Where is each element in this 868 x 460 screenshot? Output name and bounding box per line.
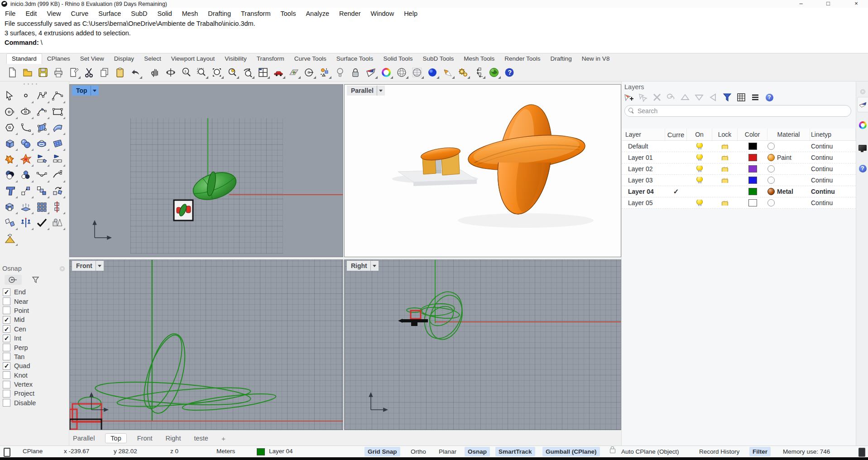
- menu-drafting[interactable]: Drafting: [203, 10, 236, 17]
- osnap-knot[interactable]: Knot: [3, 371, 69, 380]
- rotate-view-icon[interactable]: [164, 66, 177, 79]
- viewport-parallel[interactable]: Parallel: [344, 84, 621, 257]
- dimension-icon[interactable]: [472, 66, 485, 79]
- primitives-tool[interactable]: [49, 215, 65, 230]
- menu-transform[interactable]: Transform: [236, 10, 276, 17]
- notes-icon[interactable]: [67, 66, 81, 79]
- cplane-icon[interactable]: [287, 66, 301, 79]
- status-layer-swatch[interactable]: [257, 448, 265, 455]
- tab-subd-tools[interactable]: SubD Tools: [417, 54, 459, 64]
- osnap-gear-icon[interactable]: [59, 265, 66, 272]
- viewport-right[interactable]: Right: [344, 259, 621, 430]
- array-rectangular-tool[interactable]: [34, 199, 49, 215]
- toggle-record-history[interactable]: Record History: [696, 447, 743, 456]
- car-icon[interactable]: [272, 66, 285, 79]
- layer-row-02[interactable]: Layer 02 Continu: [622, 163, 856, 175]
- copy-tool[interactable]: [34, 183, 49, 199]
- undo-icon[interactable]: [129, 66, 142, 79]
- chevron-down-icon[interactable]: [370, 261, 379, 271]
- rotate-tool[interactable]: [49, 183, 65, 199]
- check-selection-tool[interactable]: [34, 215, 49, 230]
- extend-curve-tool[interactable]: [49, 167, 65, 183]
- globe-icon[interactable]: [487, 66, 501, 79]
- osnap-disable[interactable]: Disable: [3, 398, 69, 407]
- boolean-union-tool[interactable]: [2, 167, 18, 183]
- tab-solid-tools[interactable]: Solid Tools: [378, 54, 417, 64]
- curve-tool[interactable]: [49, 88, 65, 104]
- render-icon[interactable]: [426, 66, 439, 79]
- status-pane-icon[interactable]: [858, 448, 865, 457]
- table-view-icon[interactable]: [736, 93, 746, 102]
- text-tool[interactable]: [2, 183, 18, 199]
- status-units[interactable]: Meters: [216, 448, 235, 455]
- osnap-cen[interactable]: ✓Cen: [3, 325, 69, 334]
- vptab-front[interactable]: Front: [134, 434, 155, 443]
- paste-icon[interactable]: [113, 66, 127, 79]
- solid-union-tool[interactable]: [2, 199, 18, 215]
- osnap-tab-snaps[interactable]: [5, 275, 22, 285]
- lamp-icon[interactable]: [333, 66, 347, 79]
- osnap-tan[interactable]: Tan: [3, 352, 69, 361]
- panel-tab-help[interactable]: ?: [857, 161, 868, 176]
- zoom-dynamic-icon[interactable]: ±: [179, 66, 193, 79]
- rendered-display-icon[interactable]: [379, 66, 393, 79]
- menu-solid[interactable]: Solid: [153, 10, 177, 17]
- menu-analyze[interactable]: Analyze: [301, 10, 334, 17]
- vptab-parallel[interactable]: Parallel: [70, 434, 97, 443]
- duplicate-layer-icon[interactable]: [666, 93, 676, 102]
- polyline-tool[interactable]: [34, 88, 49, 104]
- menu-subd[interactable]: SubD: [126, 10, 152, 17]
- tab-viewport-layout[interactable]: Viewport Layout: [166, 54, 220, 64]
- panel-tab-viewport[interactable]: [857, 140, 868, 155]
- ghosted-display-icon[interactable]: [410, 66, 424, 79]
- chevron-down-icon[interactable]: [96, 261, 104, 271]
- osnap-tab-filter[interactable]: [27, 275, 44, 285]
- col-current[interactable]: Curre: [665, 129, 687, 140]
- panel-tab-display[interactable]: [857, 118, 868, 132]
- osnap-vertex[interactable]: Vertex: [3, 380, 69, 389]
- layer-row-01[interactable]: Layer 01 Paint Continu: [622, 152, 856, 163]
- osnap-point[interactable]: Point: [3, 306, 69, 315]
- surface-from-curves-tool[interactable]: [49, 120, 65, 135]
- layer-row-04[interactable]: Layer 04 ✓ Metal Continu: [622, 186, 856, 197]
- array-linear-tool[interactable]: [49, 199, 65, 215]
- osnap-end[interactable]: ✓End: [3, 288, 69, 297]
- menu-surface[interactable]: Surface: [93, 10, 126, 17]
- viewport-title-parallel[interactable]: Parallel: [347, 86, 385, 96]
- minimize-button[interactable]: –: [793, 0, 809, 8]
- new-sublayer-icon[interactable]: [638, 93, 648, 102]
- viewport-title-top[interactable]: Top: [72, 86, 99, 96]
- osnap-mid[interactable]: ✓Mid: [3, 315, 69, 324]
- col-layer[interactable]: Layer: [622, 129, 665, 140]
- osnap-perp[interactable]: Perp: [3, 343, 69, 352]
- vptab-right[interactable]: Right: [163, 434, 184, 443]
- delete-layer-icon[interactable]: [652, 93, 662, 102]
- close-button[interactable]: ×: [849, 0, 864, 8]
- viewport-layout-icon[interactable]: [256, 66, 270, 79]
- toggle-filter[interactable]: Filter: [749, 447, 771, 456]
- toggle-ortho[interactable]: Ortho: [408, 447, 429, 456]
- boolean-difference-tool[interactable]: [18, 167, 34, 183]
- tab-display[interactable]: Display: [109, 54, 139, 64]
- copy-icon[interactable]: [98, 66, 111, 79]
- col-lock[interactable]: Lock: [712, 129, 738, 140]
- orient-tool[interactable]: [18, 215, 34, 230]
- col-material[interactable]: Material: [767, 129, 810, 140]
- tab-visibility[interactable]: Visibility: [220, 54, 252, 64]
- sidebar-drag-handle[interactable]: [24, 83, 37, 85]
- osnap-project[interactable]: Project: [3, 389, 69, 398]
- move-tool[interactable]: [18, 183, 34, 199]
- menu-render[interactable]: Render: [334, 10, 366, 17]
- move-left-icon[interactable]: [708, 93, 718, 102]
- command-input-value[interactable]: \: [41, 39, 43, 46]
- tab-transform[interactable]: Transform: [252, 54, 289, 64]
- rectangle-tool[interactable]: [49, 104, 65, 120]
- col-color[interactable]: Color: [738, 129, 767, 140]
- status-window-icon[interactable]: [4, 448, 10, 457]
- status-layer-name[interactable]: Layer 04: [269, 448, 293, 455]
- menu-icon[interactable]: [750, 93, 760, 102]
- viewport-front[interactable]: Front: [69, 259, 343, 430]
- zoom-selected-icon[interactable]: [225, 66, 239, 79]
- toggle-grid-snap[interactable]: Grid Snap: [364, 447, 400, 456]
- ellipse-tool[interactable]: [18, 104, 34, 120]
